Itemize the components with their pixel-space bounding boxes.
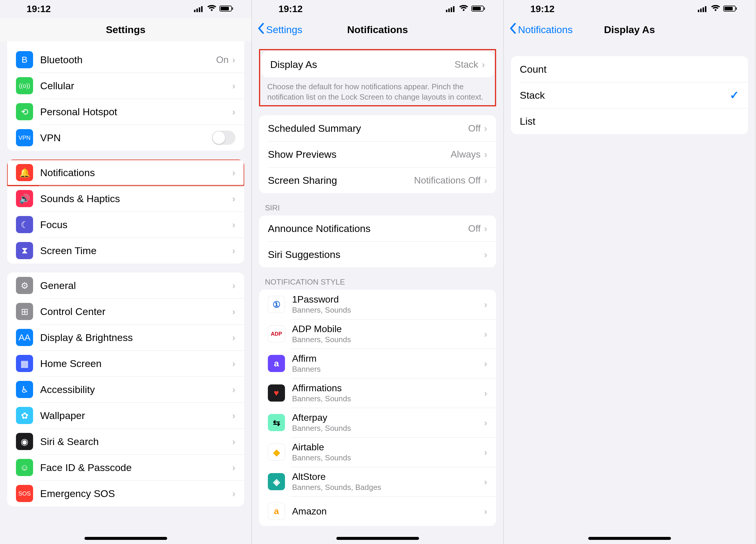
style-header: NOTIFICATION STYLE [265, 278, 490, 287]
app-icon: ⇆ [268, 414, 285, 431]
row-label: Face ID & Passcode [40, 462, 232, 473]
display-as-footer: Choose the default for how notifications… [267, 82, 488, 102]
chevron-right-icon: › [484, 175, 487, 186]
svg-rect-16 [703, 7, 704, 12]
chevron-right-icon: › [232, 219, 235, 230]
chevron-right-icon: › [484, 249, 487, 260]
settings-row-siri-search[interactable]: ◉Siri & Search› [7, 429, 244, 455]
app-row-affirmations[interactable]: ♥AffirmationsBanners, Sounds› [259, 378, 496, 408]
back-button[interactable]: Settings [258, 23, 302, 36]
settings-icon: ☺︎ [16, 459, 33, 476]
status-bar: 19:12 [0, 0, 251, 18]
settings-icon: 🔔 [16, 164, 33, 181]
row-label: Personal Hotspot [40, 106, 232, 118]
app-icon: ◆ [268, 444, 285, 461]
settings-row-accessibility[interactable]: ♿︎Accessibility› [7, 377, 244, 403]
chevron-right-icon: › [484, 506, 487, 517]
app-row-altstore[interactable]: ◈AltStoreBanners, Sounds, Badges› [259, 467, 496, 496]
settings-row-screen-time[interactable]: ⧗Screen Time› [7, 237, 244, 263]
app-row-airtable[interactable]: ◆AirtableBanners, Sounds› [259, 437, 496, 467]
settings-icon: ((o)) [16, 77, 33, 94]
row-label: VPN [40, 132, 212, 144]
settings-row-cellular[interactable]: ((o))Cellular› [7, 73, 244, 99]
settings-icon: ⧗ [16, 242, 33, 259]
wifi-icon [207, 4, 216, 14]
toggle[interactable] [212, 131, 235, 145]
settings-row-vpn[interactable]: VPNVPN [7, 125, 244, 151]
row-screen-sharing[interactable]: Screen SharingNotifications Off› [259, 167, 496, 193]
row-label: Sounds & Haptics [40, 193, 232, 204]
svg-rect-13 [484, 7, 485, 10]
app-row-amazon[interactable]: aAmazon› [259, 496, 496, 526]
row-label: Scheduled Summary [268, 123, 468, 134]
group-partial: BBluetoothOn›((o))Cellular›⟲Personal Hot… [7, 41, 244, 151]
chevron-right-icon: › [232, 488, 235, 499]
row-label: Accessibility [40, 384, 232, 395]
settings-group: 🔔Notifications›🔊Sounds & Haptics›☾Focus›… [7, 159, 244, 263]
app-icon: ① [268, 296, 285, 313]
content[interactable]: Display As Stack › Choose the default fo… [252, 41, 503, 544]
group-previews: Scheduled SummaryOff›Show PreviewsAlways… [259, 115, 496, 193]
settings-row-wallpaper[interactable]: ✿Wallpaper› [7, 403, 244, 429]
settings-row-focus[interactable]: ☾Focus› [7, 211, 244, 237]
app-name: Afterpay [292, 412, 484, 423]
row-scheduled-summary[interactable]: Scheduled SummaryOff› [259, 115, 496, 141]
chevron-right-icon: › [232, 80, 235, 91]
settings-row-display-brightness[interactable]: AADisplay & Brightness› [7, 325, 244, 351]
row-label: Notifications [40, 167, 232, 178]
chevron-right-icon: › [484, 447, 487, 458]
app-name: Affirm [292, 353, 484, 364]
app-text: AirtableBanners, Sounds [292, 442, 484, 462]
row-detail: Off [468, 123, 480, 134]
status-bar: 19:12 [252, 0, 503, 18]
app-sub: Banners, Sounds [292, 335, 484, 344]
app-name: Airtable [292, 442, 484, 453]
app-sub: Banners, Sounds [292, 424, 484, 433]
option-count[interactable]: Count [511, 56, 748, 82]
row-label: Emergency SOS [40, 488, 232, 499]
app-row-1password[interactable]: ①1PasswordBanners, Sounds› [259, 290, 496, 319]
row-display-as[interactable]: Display As Stack › [261, 51, 494, 77]
chevron-right-icon: › [484, 123, 487, 134]
back-button[interactable]: Notifications [510, 23, 573, 36]
chevron-right-icon: › [232, 332, 235, 343]
chevron-right-icon: › [232, 410, 235, 421]
content[interactable]: CountStack✓List [504, 41, 755, 544]
app-row-afterpay[interactable]: ⇆AfterpayBanners, Sounds› [259, 408, 496, 437]
settings-row-general[interactable]: ⚙︎General› [7, 273, 244, 299]
option-stack[interactable]: Stack✓ [511, 82, 748, 108]
app-row-adp-mobile[interactable]: ADPADP MobileBanners, Sounds› [259, 319, 496, 349]
row-detail: Stack [454, 59, 478, 70]
row-label: Cellular [40, 80, 232, 92]
settings-row-emergency-sos[interactable]: SOSEmergency SOS› [7, 481, 244, 506]
group-options: CountStack✓List [511, 56, 748, 134]
row-announce-notifications[interactable]: Announce NotificationsOff› [259, 215, 496, 241]
settings-row-notifications[interactable]: 🔔Notifications› [7, 159, 244, 185]
status-time: 19:12 [27, 4, 51, 14]
app-text: AltStoreBanners, Sounds, Badges [292, 471, 484, 492]
status-icons [698, 4, 737, 14]
group-apps: ①1PasswordBanners, Sounds›ADPADP MobileB… [259, 290, 496, 526]
option-label: Stack [520, 89, 730, 101]
chevron-right-icon: › [232, 306, 235, 317]
svg-rect-12 [473, 7, 481, 10]
row-siri-suggestions[interactable]: Siri Suggestions› [259, 241, 496, 267]
settings-row-home-screen[interactable]: ▦Home Screen› [7, 351, 244, 377]
content[interactable]: BBluetoothOn›((o))Cellular›⟲Personal Hot… [0, 41, 251, 544]
option-list[interactable]: List [511, 108, 748, 134]
settings-row-bluetooth[interactable]: BBluetoothOn› [7, 47, 244, 73]
screen-display-as: 19:12 Notifications Display As CountStac… [504, 0, 756, 544]
svg-rect-19 [724, 7, 733, 10]
chevron-right-icon: › [232, 54, 235, 65]
row-show-previews[interactable]: Show PreviewsAlways› [259, 141, 496, 167]
svg-rect-8 [448, 9, 450, 12]
settings-icon: B [16, 51, 33, 68]
app-row-affirm[interactable]: aAffirmBanners› [259, 349, 496, 378]
chevron-right-icon: › [232, 167, 235, 178]
settings-row-sounds-haptics[interactable]: 🔊Sounds & Haptics› [7, 185, 244, 211]
chevron-right-icon: › [484, 476, 487, 487]
settings-row-control-center[interactable]: ⊞Control Center› [7, 299, 244, 325]
display-as-highlight: Display As Stack › Choose the default fo… [259, 49, 496, 106]
settings-row-personal-hotspot[interactable]: ⟲Personal Hotspot› [7, 99, 244, 125]
settings-row-face-id-passcode[interactable]: ☺︎Face ID & Passcode› [7, 455, 244, 481]
